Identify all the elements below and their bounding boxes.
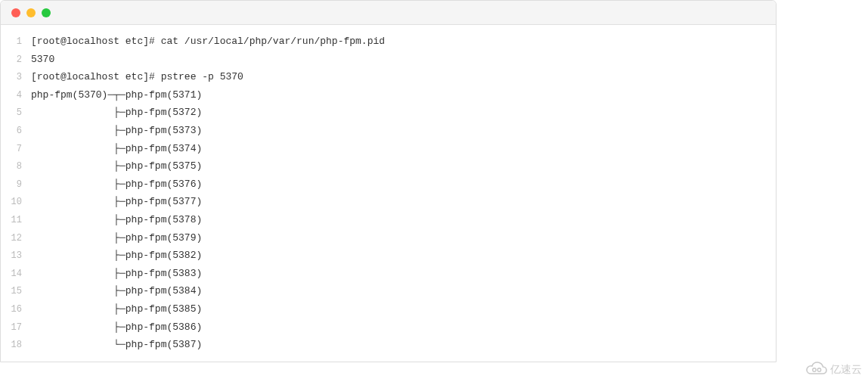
watermark: 亿速云 [806,360,862,379]
line-number: 8 [1,159,31,175]
line-content: ├─php-fpm(5375) [31,157,202,175]
code-line: 3[root@localhost etc]# pstree -p 5370 [1,68,776,86]
line-number: 5 [1,105,31,122]
line-content: ├─php-fpm(5385) [31,300,202,318]
code-line: 6 ├─php-fpm(5373) [1,122,776,140]
code-line: 18 └─php-fpm(5387) [1,336,776,354]
code-line: 10 ├─php-fpm(5377) [1,193,776,211]
svg-point-0 [813,368,816,371]
code-line: 13 ├─php-fpm(5382) [1,247,776,265]
code-line: 9 ├─php-fpm(5376) [1,175,776,194]
line-number: 2 [1,52,31,69]
line-number: 13 [1,248,31,265]
line-number: 9 [1,177,31,194]
line-number: 7 [1,141,31,158]
titlebar [1,1,776,25]
code-line: 14 ├─php-fpm(5383) [1,265,776,283]
svg-point-1 [817,368,820,371]
watermark-text: 亿速云 [830,360,862,379]
code-line: 11 ├─php-fpm(5378) [1,211,776,229]
line-number: 15 [1,284,31,300]
line-number: 12 [1,231,31,247]
line-content: [root@localhost etc]# cat /usr/local/php… [31,33,385,50]
code-line: 17 ├─php-fpm(5386) [1,318,776,337]
line-content: ├─php-fpm(5384) [31,282,202,300]
terminal-window: 1[root@localhost etc]# cat /usr/local/ph… [0,0,777,362]
code-line: 16 ├─php-fpm(5385) [1,300,776,318]
line-content: ├─php-fpm(5383) [31,265,202,282]
line-number: 10 [1,194,31,211]
line-number: 11 [1,213,31,229]
minimize-icon[interactable] [26,8,36,17]
line-content: └─php-fpm(5387) [31,336,202,353]
line-number: 18 [1,337,31,354]
line-number: 4 [1,88,31,104]
code-line: 25370 [1,51,776,69]
code-line: 5 ├─php-fpm(5372) [1,104,776,122]
line-content: ├─php-fpm(5372) [31,104,202,121]
line-content: ├─php-fpm(5377) [31,193,202,210]
line-number: 17 [1,320,31,337]
close-icon[interactable] [11,8,20,17]
line-content: ├─php-fpm(5382) [31,247,202,264]
line-content: ├─php-fpm(5374) [31,140,202,157]
line-number: 6 [1,123,31,140]
line-content: [root@localhost etc]# pstree -p 5370 [31,68,243,85]
code-line: 12 ├─php-fpm(5379) [1,229,776,247]
code-line: 4php-fpm(5370)─┬─php-fpm(5371) [1,86,776,104]
line-number: 1 [1,34,31,51]
line-content: php-fpm(5370)─┬─php-fpm(5371) [31,86,202,104]
line-content: 5370 [31,51,54,68]
line-content: ├─php-fpm(5378) [31,211,202,228]
line-content: ├─php-fpm(5373) [31,122,202,139]
line-content: ├─php-fpm(5386) [31,318,202,336]
maximize-icon[interactable] [42,8,51,17]
code-line: 1[root@localhost etc]# cat /usr/local/ph… [1,33,776,51]
code-line: 8 ├─php-fpm(5375) [1,157,776,175]
line-number: 16 [1,302,31,318]
line-number: 14 [1,266,31,283]
code-area: 1[root@localhost etc]# cat /usr/local/ph… [1,25,776,362]
line-content: ├─php-fpm(5379) [31,229,202,247]
code-line: 7 ├─php-fpm(5374) [1,140,776,158]
line-number: 3 [1,70,31,86]
line-content: ├─php-fpm(5376) [31,175,202,193]
cloud-icon [806,362,827,377]
code-line: 15 ├─php-fpm(5384) [1,282,776,300]
